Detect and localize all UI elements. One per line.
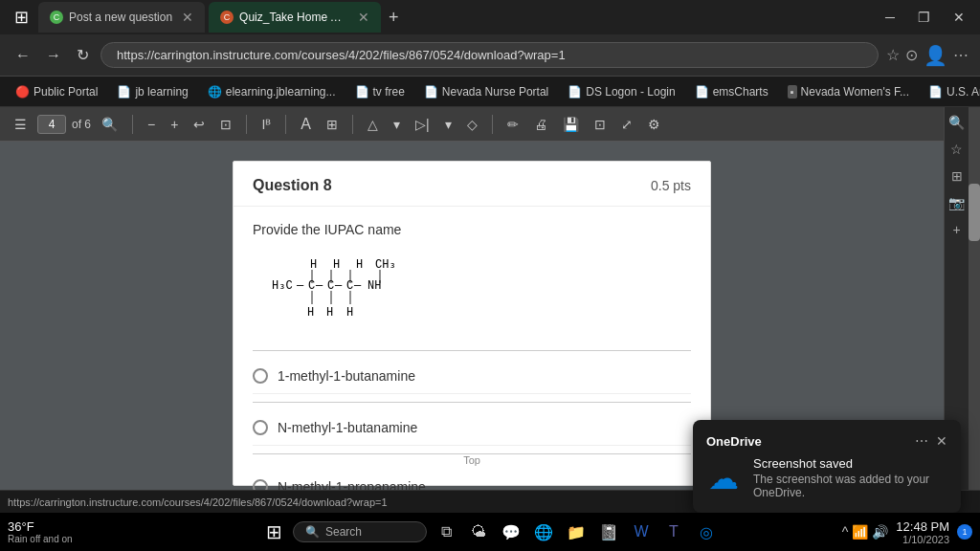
chat-btn[interactable]: 💬 (498, 518, 524, 545)
svg-text:H: H (310, 258, 317, 272)
svg-text:NH: NH (368, 279, 381, 293)
onenote-btn[interactable]: 📓 (595, 518, 622, 545)
bookmark-nevada-nurse[interactable]: 📄 Nevada Nurse Portal (416, 83, 556, 100)
svg-text:H: H (333, 258, 340, 272)
answer-text-b: N-methyl-1-butanamine (278, 420, 417, 435)
minimize-btn[interactable]: ─ (878, 6, 902, 29)
cortana-btn[interactable]: ◎ (693, 518, 720, 545)
share-btn[interactable]: ⊡ (590, 114, 611, 135)
close-btn[interactable]: ✕ (946, 6, 972, 29)
annotation-btn[interactable]: ✏ (502, 114, 523, 135)
back-btn[interactable]: ← (11, 43, 34, 68)
radio-c[interactable] (253, 479, 268, 490)
sidebar-office-icon[interactable]: ⊞ (951, 168, 963, 184)
question-title: Question 8 (253, 177, 332, 194)
network-icon[interactable]: 📶 (852, 524, 868, 540)
sidebar-search-icon[interactable]: 🔍 (948, 115, 965, 130)
zoom-in-btn[interactable]: + (166, 114, 183, 135)
start-button[interactable]: ⊞ (260, 518, 287, 545)
address-input[interactable] (100, 42, 879, 68)
window-controls: ─ ❐ ✕ (878, 6, 972, 29)
restore-btn[interactable]: ❐ (910, 6, 938, 29)
widgets-btn[interactable]: 🌤 (465, 518, 492, 545)
bookmark-elearning[interactable]: 🌐 elearning.jblearning... (200, 83, 344, 100)
view-mode-btn[interactable]: ⊞ (322, 114, 343, 135)
new-tab-btn[interactable]: + (389, 8, 399, 28)
eraser-btn[interactable]: ◇ (462, 114, 482, 135)
tab2-label: Quiz_Take Home Assignment #0 (239, 11, 348, 24)
windows-icon: ⊞ (8, 4, 34, 31)
bookmarks-bar: 🔴 Public Portal 📄 jb learning 🌐 elearnin… (0, 77, 980, 107)
bookmark-label: Nevada Nurse Portal (442, 85, 548, 99)
bookmark-emscharts[interactable]: 📄 emsCharts (687, 83, 776, 100)
answer-option-b[interactable]: N-methyl-1-butanamine (253, 410, 691, 446)
tab2-close[interactable]: ✕ (358, 10, 369, 25)
divider-top (253, 350, 691, 351)
svg-text:H: H (346, 306, 353, 320)
taskbar-search[interactable]: 🔍 Search (293, 521, 427, 542)
bookmark-label: tv free (373, 85, 405, 99)
expand-btn[interactable]: ⤢ (616, 114, 637, 135)
toast-menu-btn[interactable]: ⋯ (915, 433, 928, 449)
bookmark-public-portal[interactable]: 🔴 Public Portal (8, 83, 105, 100)
notification-badge[interactable]: 1 (957, 524, 972, 540)
font-size-btn[interactable]: A (296, 113, 316, 136)
settings-icon[interactable]: ⋯ (953, 46, 969, 64)
forward-btn[interactable]: → (42, 43, 65, 68)
collections-icon[interactable]: ⊙ (905, 46, 918, 64)
sidebar-add-icon[interactable]: + (952, 222, 960, 237)
undo-btn[interactable]: ↩ (189, 114, 210, 135)
refresh-btn[interactable]: ↻ (73, 42, 93, 68)
text-mode-btn[interactable]: Iᴮ (256, 114, 276, 135)
explorer-btn[interactable]: 📁 (563, 518, 590, 545)
onedrive-cloud-icon: ☁ (708, 460, 739, 496)
settings-pdf-btn[interactable]: ⚙ (643, 114, 665, 135)
favorites-icon[interactable]: ☆ (886, 46, 900, 64)
svg-text:H: H (326, 306, 333, 320)
search-label: Search (325, 525, 362, 539)
chemical-structure: H H H CH₃ H₃C — C — C — C — (262, 256, 454, 323)
svg-text:H₃C: H₃C (272, 279, 293, 293)
fit-page-btn[interactable]: ⊡ (215, 114, 236, 135)
draw-dropdown[interactable]: ▾ (389, 114, 405, 135)
bookmark-label: jb learning (135, 85, 188, 99)
taskview-btn[interactable]: ⧉ (433, 518, 459, 545)
radio-a[interactable] (253, 368, 268, 384)
answer-option-c[interactable]: N-methyl-1-propanamine (253, 470, 691, 490)
profile-icon[interactable]: 👤 (924, 44, 947, 67)
sidebar-camera-icon[interactable]: 📷 (948, 195, 965, 210)
scrollbar-thumb[interactable] (969, 184, 980, 241)
highlight-dropdown[interactable]: ▾ (440, 114, 457, 135)
save-btn[interactable]: 💾 (558, 114, 584, 135)
volume-icon[interactable]: 🔊 (872, 524, 888, 540)
bookmark-jb[interactable]: 📄 jb learning (109, 83, 195, 100)
page-number-input[interactable] (37, 115, 66, 134)
draw-tool-btn[interactable]: △ (363, 114, 383, 135)
tab-quiz[interactable]: C Quiz_Take Home Assignment #0 ✕ (209, 2, 381, 33)
toast-title: OneDrive (706, 434, 762, 449)
word-btn[interactable]: W (628, 518, 655, 545)
tab1-close[interactable]: ✕ (182, 10, 193, 25)
edge-btn[interactable]: 🌐 (530, 518, 557, 545)
bookmark-label: Public Portal (33, 85, 98, 99)
zoom-out-btn[interactable]: − (143, 114, 160, 135)
radio-b[interactable] (253, 420, 268, 435)
bookmark-nevada-women[interactable]: ▪ Nevada Women's F... (780, 83, 917, 100)
time-display[interactable]: 12:48 PM 1/10/2023 (896, 519, 949, 545)
toast-close-btn[interactable]: ✕ (936, 433, 947, 449)
print-btn[interactable]: 🖨 (529, 114, 552, 135)
bookmark-ds-logon[interactable]: 📄 DS Logon - Login (560, 83, 682, 100)
sidebar-toggle-btn[interactable]: ☰ (10, 114, 32, 135)
bookmark-tvfree[interactable]: 📄 tv free (347, 83, 412, 100)
tab-post-question[interactable]: C Post a new question ✕ (38, 2, 205, 33)
highlight-btn[interactable]: ▷| (411, 114, 434, 135)
toast-sub-text: The screenshot was added to your OneDriv… (753, 473, 947, 499)
scrollbar-track[interactable] (969, 107, 980, 490)
answer-option-a[interactable]: 1-methyl-1-butanamine (253, 359, 691, 394)
chevron-up-icon[interactable]: ^ (842, 524, 849, 540)
bookmark-army[interactable]: 📄 U.S. Army Board Pr... (921, 83, 980, 100)
teams-btn[interactable]: T (660, 518, 687, 545)
address-right: ☆ ⊙ 👤 ⋯ (886, 44, 969, 67)
search-pdf-btn[interactable]: 🔍 (97, 114, 122, 135)
sidebar-bookmark-icon[interactable]: ☆ (950, 142, 963, 157)
